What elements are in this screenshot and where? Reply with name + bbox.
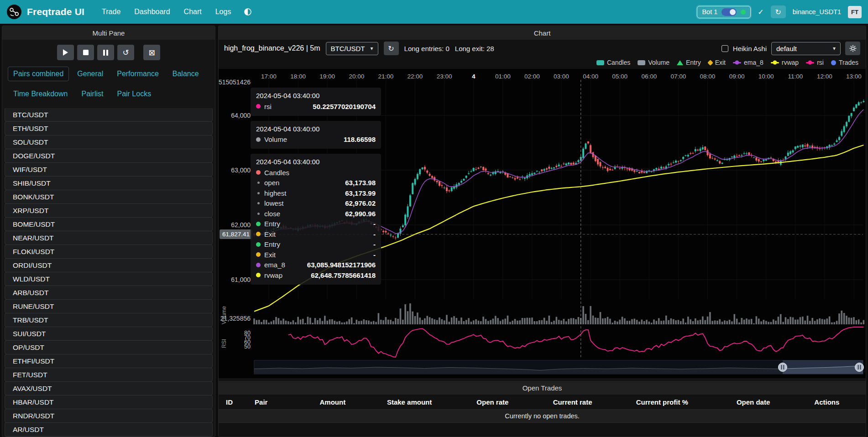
plot-config-select[interactable]: default ▾ bbox=[771, 42, 841, 55]
legend-item-candles[interactable]: Candles bbox=[596, 59, 630, 66]
pair-list-item-ar-usdt[interactable]: AR/USDT bbox=[5, 422, 213, 437]
nav-link-chart[interactable]: Chart bbox=[184, 8, 202, 16]
column-header-pair: Pair bbox=[251, 398, 299, 406]
exit-legend-marker-icon bbox=[707, 60, 713, 66]
tab-pair-locks[interactable]: Pair Locks bbox=[111, 87, 157, 101]
crosshair-price-label: 61,827.41 bbox=[220, 229, 252, 239]
legend-item-entry[interactable]: Entry bbox=[677, 59, 701, 66]
column-header-stake-amount: Stake amount bbox=[366, 398, 452, 406]
clear-chart-button[interactable]: ⊠ bbox=[143, 45, 160, 60]
pair-list-item-sol-usdt[interactable]: SOL/USDT bbox=[5, 135, 213, 149]
open-trades-empty-message: Currently no open trades. bbox=[505, 412, 580, 420]
bot-online-dot bbox=[741, 10, 746, 15]
pair-list-item-floki-usdt[interactable]: FLOKI/USDT bbox=[5, 245, 213, 259]
pair-list-item-eth-usdt[interactable]: ETH/USDT bbox=[5, 121, 213, 135]
brand[interactable]: Freqtrade UI bbox=[6, 4, 84, 20]
avatar[interactable]: FT bbox=[848, 6, 862, 18]
legend-item-volume[interactable]: Volume bbox=[638, 59, 669, 66]
chart-panel-title: Chart bbox=[534, 29, 551, 37]
legend-item-exit[interactable]: Exit bbox=[708, 59, 726, 66]
stop-button[interactable] bbox=[77, 45, 94, 60]
nav-link-logs[interactable]: Logs bbox=[215, 8, 231, 16]
svg-text:62,000: 62,000 bbox=[231, 221, 251, 229]
svg-text:23:00: 23:00 bbox=[437, 73, 452, 80]
pair-list-item-ordi-usdt[interactable]: ORDI/USDT bbox=[5, 258, 213, 272]
svg-text:63,000: 63,000 bbox=[231, 166, 251, 174]
tab-performance[interactable]: Performance bbox=[111, 67, 164, 81]
entry-legend-marker-icon bbox=[677, 60, 683, 65]
legend-item-rsi[interactable]: rsi bbox=[806, 59, 824, 66]
pair-list-item-fet-usdt[interactable]: FET/USDT bbox=[5, 368, 213, 382]
pair-list-item-bome-usdt[interactable]: BOME/USDT bbox=[5, 217, 213, 231]
heikin-ashi-checkbox[interactable] bbox=[722, 45, 728, 52]
tab-time-breakdown[interactable]: Time Breakdown bbox=[8, 87, 73, 101]
tab-balance[interactable]: Balance bbox=[167, 67, 204, 81]
tab-pairs-combined[interactable]: Pairs combined bbox=[8, 67, 69, 81]
tab-row-1: Pairs combinedGeneralPerformanceBalance bbox=[2, 67, 215, 81]
chart-panel-header[interactable]: Chart bbox=[219, 26, 866, 40]
pair-list-item-arb-usdt[interactable]: ARB/USDT bbox=[5, 286, 213, 300]
rsi-legend-marker-icon bbox=[806, 62, 814, 63]
open-trades-title: Open Trades bbox=[523, 384, 562, 392]
legend-label: Candles bbox=[607, 59, 630, 66]
pair-list-item-btc-usdt[interactable]: BTC/USDT bbox=[5, 108, 213, 122]
legend-item-ema-8[interactable]: ema_8 bbox=[733, 59, 763, 66]
brand-title: Freqtrade UI bbox=[27, 6, 84, 17]
play-icon bbox=[63, 49, 68, 56]
nav-link-trade[interactable]: Trade bbox=[102, 8, 120, 16]
chart-toolbar: high_frog_binance_v226 | 5m BTC/USDT ▾ ↻… bbox=[219, 40, 866, 57]
autorefresh-button[interactable]: ↺ bbox=[117, 45, 134, 60]
pair-list-item-wld-usdt[interactable]: WLD/USDT bbox=[5, 272, 213, 286]
pair-list-item-ethfi-usdt[interactable]: ETHFI/USDT bbox=[5, 354, 213, 368]
trades-legend-marker-icon bbox=[831, 60, 836, 65]
pane-controls: ↺ ⊠ bbox=[2, 40, 215, 61]
chart-area[interactable]: 17:0018:0019:0020:0021:0022:0023:00401:0… bbox=[219, 69, 866, 378]
pair-list-item-trb-usdt[interactable]: TRB/USDT bbox=[5, 313, 213, 327]
refresh-chart-button[interactable]: ↻ bbox=[384, 42, 399, 55]
pair-list-item-rndr-usdt[interactable]: RNDR/USDT bbox=[5, 409, 213, 423]
reload-icon: ↻ bbox=[775, 8, 781, 16]
tab-row-2: Time BreakdownPairlistPair Locks bbox=[2, 87, 215, 101]
nav-links: TradeDashboardChartLogs bbox=[102, 8, 231, 16]
pair-list-item-doge-usdt[interactable]: DOGE/USDT bbox=[5, 149, 213, 163]
legend-label: ema_8 bbox=[744, 59, 763, 66]
pair-select[interactable]: BTC/USDT ▾ bbox=[326, 42, 378, 55]
refresh-icon: ↻ bbox=[388, 44, 394, 53]
legend-label: Volume bbox=[648, 59, 669, 66]
svg-text:11:00: 11:00 bbox=[788, 73, 803, 80]
tab-pairlist[interactable]: Pairlist bbox=[76, 87, 109, 101]
candles-legend-marker-icon bbox=[596, 60, 604, 65]
legend-item-trades[interactable]: Trades bbox=[831, 59, 858, 66]
svg-text:4: 4 bbox=[472, 73, 476, 80]
datazoom-handle[interactable] bbox=[855, 363, 864, 372]
legend-item-rvwap[interactable]: rvwap bbox=[771, 59, 799, 66]
long-exit-label: Long exit: 28 bbox=[455, 45, 494, 52]
pair-list-item-xrp-usdt[interactable]: XRP/USDT bbox=[5, 203, 213, 218]
svg-text:09:00: 09:00 bbox=[729, 73, 745, 80]
pair-list-item-hbar-usdt[interactable]: HBAR/USDT bbox=[5, 395, 213, 409]
pair-list-item-shib-usdt[interactable]: SHIB/USDT bbox=[5, 176, 213, 190]
pair-list-item-wif-usdt[interactable]: WIF/USDT bbox=[5, 162, 213, 177]
loop-icon: ↺ bbox=[122, 48, 129, 57]
chart-legend: CandlesVolumeEntryExitema_8rvwaprsiTrade… bbox=[219, 57, 866, 69]
pair-list-item-op-usdt[interactable]: OP/USDT bbox=[5, 340, 213, 354]
nav-link-dashboard[interactable]: Dashboard bbox=[134, 8, 170, 16]
datazoom-handle[interactable] bbox=[778, 363, 787, 372]
open-trades-columns: IDPairAmountStake amountOpen rateCurrent… bbox=[219, 395, 866, 409]
pause-button[interactable] bbox=[97, 45, 114, 60]
pair-list-item-avax-usdt[interactable]: AVAX/USDT bbox=[5, 381, 213, 395]
theme-toggle-icon[interactable] bbox=[244, 8, 252, 16]
pair-list-item-near-usdt[interactable]: NEAR/USDT bbox=[5, 231, 213, 245]
plot-settings-button[interactable] bbox=[845, 42, 860, 55]
multi-pane-header[interactable]: Multi Pane bbox=[2, 26, 215, 40]
pair-list-item-rune-usdt[interactable]: RUNE/USDT bbox=[5, 299, 213, 313]
pair-list-item-bonk-usdt[interactable]: BONK/USDT bbox=[5, 190, 213, 204]
pair-list-item-sui-usdt[interactable]: SUI/USDT bbox=[5, 327, 213, 341]
tab-general[interactable]: General bbox=[72, 67, 109, 81]
open-trades-header[interactable]: Open Trades bbox=[219, 381, 866, 395]
multi-pane-panel: Multi Pane ↺ ⊠ Pairs combinedGeneralPerf… bbox=[2, 26, 215, 437]
reload-bot-button[interactable]: ↻ bbox=[771, 5, 786, 18]
play-button[interactable] bbox=[57, 45, 74, 60]
bot-selector[interactable]: Bot 1 bbox=[697, 6, 751, 18]
bot-toggle[interactable] bbox=[722, 8, 737, 16]
